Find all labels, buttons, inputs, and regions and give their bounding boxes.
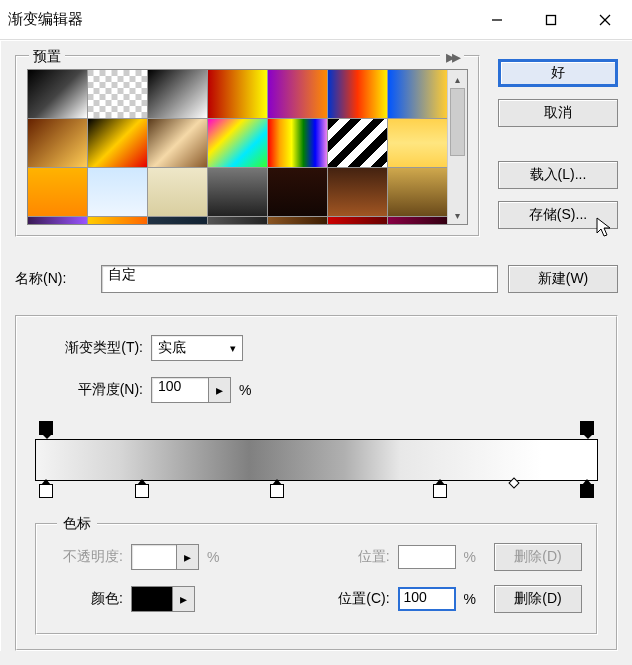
opacity-stop[interactable]: [580, 421, 594, 435]
minimize-button[interactable]: [470, 0, 524, 40]
color-stops-track[interactable]: [35, 481, 598, 501]
preset-swatch[interactable]: [268, 70, 327, 118]
dialog-buttons: 好 取消 载入(L)... 存储(S)...: [498, 55, 618, 237]
color-swatch[interactable]: [132, 587, 172, 611]
location-top-label: 位置:: [338, 548, 390, 566]
preset-swatch[interactable]: [88, 119, 147, 167]
presets-legend: 预置: [29, 48, 65, 66]
gradient-type-label: 渐变类型(T):: [35, 339, 143, 357]
scroll-down-icon[interactable]: ▾: [448, 206, 467, 224]
preset-swatch[interactable]: [388, 119, 447, 167]
color-label: 颜色:: [51, 590, 123, 608]
preset-swatch[interactable]: [208, 217, 267, 224]
presets-scrollbar[interactable]: ▴ ▾: [447, 70, 467, 224]
preset-swatch[interactable]: [88, 168, 147, 216]
gradient-settings-group: 渐变类型(T): 实底 ▾ 平滑度(N): 100 ▸ %: [15, 315, 618, 651]
preset-swatch[interactable]: [88, 217, 147, 224]
gradient-type-select[interactable]: 实底 ▾: [151, 335, 243, 361]
scroll-track[interactable]: [448, 88, 467, 206]
preset-swatch[interactable]: [388, 217, 447, 224]
color-stop[interactable]: [39, 484, 53, 498]
preset-swatch[interactable]: [328, 119, 387, 167]
scroll-thumb[interactable]: [450, 88, 465, 156]
delete-color-stop-button[interactable]: 删除(D): [494, 585, 582, 613]
window-title: 渐变编辑器: [8, 10, 470, 29]
gradient-editor: [35, 419, 598, 501]
name-input[interactable]: 自定: [101, 265, 498, 293]
presets-menu-icon[interactable]: ▸▸: [440, 46, 464, 68]
percent-label: %: [464, 549, 476, 565]
gradient-bar[interactable]: [35, 439, 598, 481]
preset-swatch[interactable]: [148, 168, 207, 216]
preset-swatch[interactable]: [328, 168, 387, 216]
stops-group: 色标 不透明度: ▸ % 位置: % 删除(D) 颜色: ▸: [35, 523, 598, 635]
titlebar: 渐变编辑器: [0, 0, 632, 40]
preset-swatch[interactable]: [28, 70, 87, 118]
svg-rect-1: [547, 15, 556, 24]
preset-swatch-grid[interactable]: [28, 70, 447, 224]
close-button[interactable]: [578, 0, 632, 40]
opacity-stop[interactable]: [39, 421, 53, 435]
preset-swatch[interactable]: [208, 119, 267, 167]
location-bottom-label: 位置(C):: [318, 590, 390, 608]
smoothness-expand-icon[interactable]: ▸: [209, 377, 231, 403]
stops-legend: 色标: [57, 515, 97, 533]
percent-label: %: [239, 382, 251, 398]
save-button[interactable]: 存储(S)...: [498, 201, 618, 229]
maximize-button[interactable]: [524, 0, 578, 40]
ok-button[interactable]: 好: [498, 59, 618, 87]
color-stop[interactable]: [433, 484, 447, 498]
preset-swatch[interactable]: [88, 70, 147, 118]
preset-swatch[interactable]: [28, 119, 87, 167]
color-stop-selected[interactable]: [580, 484, 594, 498]
preset-swatch[interactable]: [268, 217, 327, 224]
preset-swatch[interactable]: [388, 168, 447, 216]
preset-swatch[interactable]: [148, 119, 207, 167]
opacity-input: [131, 544, 177, 570]
preset-swatch[interactable]: [388, 70, 447, 118]
opacity-label: 不透明度:: [51, 548, 123, 566]
cancel-button[interactable]: 取消: [498, 99, 618, 127]
opacity-spinner: ▸: [131, 544, 199, 570]
chevron-down-icon: ▾: [230, 342, 236, 355]
presets-group: 预置 ▸▸ ▴ ▾: [15, 55, 480, 237]
color-swatch-input[interactable]: ▸: [131, 586, 195, 612]
delete-opacity-stop-button: 删除(D): [494, 543, 582, 571]
color-stop[interactable]: [135, 484, 149, 498]
percent-label: %: [207, 549, 219, 565]
new-button[interactable]: 新建(W): [508, 265, 618, 293]
preset-swatch[interactable]: [328, 70, 387, 118]
preset-swatch[interactable]: [28, 217, 87, 224]
preset-swatch[interactable]: [328, 217, 387, 224]
preset-swatch[interactable]: [208, 70, 267, 118]
preset-swatch[interactable]: [208, 168, 267, 216]
smoothness-label: 平滑度(N):: [35, 381, 143, 399]
location-bottom-input[interactable]: 100: [398, 587, 456, 611]
percent-label: %: [464, 591, 476, 607]
opacity-stops-track[interactable]: [35, 419, 598, 439]
load-button[interactable]: 载入(L)...: [498, 161, 618, 189]
opacity-expand-icon: ▸: [177, 544, 199, 570]
color-stop[interactable]: [270, 484, 284, 498]
preset-swatch[interactable]: [268, 119, 327, 167]
name-row: 名称(N): 自定 新建(W): [15, 265, 618, 293]
dialog-body: 预置 ▸▸ ▴ ▾ 好 取消 载入(L)... 存储(S)...: [0, 40, 632, 651]
preset-swatch[interactable]: [268, 168, 327, 216]
name-label: 名称(N):: [15, 270, 91, 288]
smoothness-spinner[interactable]: 100 ▸: [151, 377, 231, 403]
location-top-input: [398, 545, 456, 569]
preset-swatch[interactable]: [28, 168, 87, 216]
preset-swatch[interactable]: [148, 217, 207, 224]
color-expand-icon[interactable]: ▸: [172, 587, 194, 611]
smoothness-input[interactable]: 100: [151, 377, 209, 403]
scroll-up-icon[interactable]: ▴: [448, 70, 467, 88]
preset-swatch[interactable]: [148, 70, 207, 118]
